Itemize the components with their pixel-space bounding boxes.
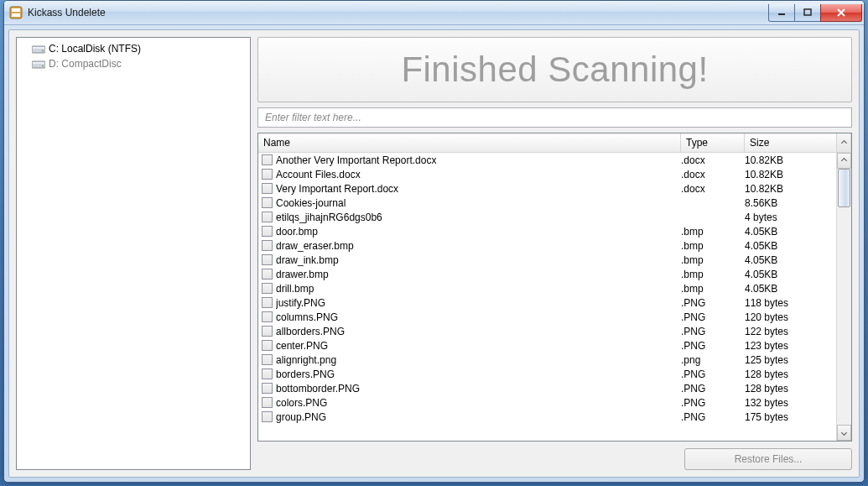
cell-size: 123 bytes: [745, 340, 837, 352]
file-list-body: Another Very Important Report.docx.docx1…: [258, 153, 851, 441]
table-row[interactable]: drill.bmp.bmp4.05KB: [258, 281, 837, 295]
row-checkbox[interactable]: [262, 269, 273, 280]
cell-size: 4 bytes: [745, 212, 837, 223]
filter-input[interactable]: [263, 111, 846, 124]
table-row[interactable]: colors.PNG.PNG132 bytes: [258, 395, 837, 410]
drive-label: C: LocalDisk (NTFS): [49, 43, 141, 55]
cell-size: 120 bytes: [745, 311, 837, 323]
footer: Restore Files...: [257, 447, 852, 470]
cell-name: Cookies-journal: [276, 197, 681, 209]
cell-name: bottomborder.PNG: [276, 383, 681, 395]
table-row[interactable]: center.PNG.PNG123 bytes: [258, 338, 837, 353]
scroll-track[interactable]: [837, 169, 851, 425]
row-checkbox[interactable]: [262, 340, 273, 351]
app-window: Kickass Undelete C: LocalDisk (NTFS)D: C…: [3, 0, 865, 483]
cell-name: columns.PNG: [276, 311, 681, 323]
row-checkbox[interactable]: [262, 254, 273, 265]
cell-size: 10.82KB: [745, 154, 837, 166]
cell-type: .PNG: [681, 326, 745, 337]
cell-type: .docx: [681, 183, 745, 195]
cell-type: .docx: [681, 154, 745, 166]
scroll-up-button[interactable]: [837, 153, 851, 169]
row-checkbox[interactable]: [262, 354, 273, 365]
cell-type: .bmp: [681, 283, 745, 295]
row-checkbox[interactable]: [262, 326, 273, 337]
svg-rect-6: [33, 47, 44, 49]
table-row[interactable]: draw_ink.bmp.bmp4.05KB: [258, 253, 837, 267]
cell-name: Another Very Important Report.docx: [276, 154, 681, 166]
cell-name: draw_eraser.bmp: [276, 240, 681, 252]
cell-name: borders.PNG: [276, 368, 681, 380]
table-row[interactable]: Account Files.docx.docx10.82KB: [258, 167, 837, 181]
row-checkbox[interactable]: [262, 212, 273, 222]
drive-item[interactable]: D: CompactDisc: [18, 56, 248, 71]
row-checkbox[interactable]: [262, 154, 273, 165]
app-icon: [9, 6, 23, 19]
row-checkbox[interactable]: [262, 397, 273, 408]
maximize-button[interactable]: [794, 4, 821, 22]
col-header-type[interactable]: Type: [681, 133, 745, 152]
cell-size: 10.82KB: [745, 169, 837, 180]
row-checkbox[interactable]: [262, 197, 273, 208]
row-checkbox[interactable]: [262, 368, 273, 379]
filter-box[interactable]: [257, 107, 852, 128]
table-row[interactable]: bottomborder.PNG.PNG128 bytes: [258, 381, 837, 395]
table-row[interactable]: justify.PNG.PNG118 bytes: [258, 295, 837, 310]
svg-rect-4: [804, 9, 811, 15]
cell-size: 4.05KB: [745, 226, 837, 238]
cell-size: 125 bytes: [745, 354, 837, 366]
drive-item[interactable]: C: LocalDisk (NTFS): [18, 41, 248, 56]
row-checkbox[interactable]: [262, 311, 273, 322]
table-row[interactable]: door.bmp.bmp4.05KB: [258, 224, 837, 238]
cell-size: 122 bytes: [745, 326, 837, 337]
drive-label: D: CompactDisc: [49, 58, 122, 70]
table-row[interactable]: group.PNG.PNG175 bytes: [258, 410, 837, 424]
drive-tree[interactable]: C: LocalDisk (NTFS)D: CompactDisc: [16, 37, 251, 470]
table-row[interactable]: borders.PNG.PNG128 bytes: [258, 367, 837, 381]
minimize-button[interactable]: [768, 4, 795, 22]
row-checkbox[interactable]: [262, 169, 273, 180]
row-checkbox[interactable]: [262, 297, 273, 308]
row-checkbox[interactable]: [262, 183, 273, 194]
row-checkbox[interactable]: [262, 240, 273, 251]
cell-name: door.bmp: [276, 226, 681, 238]
row-checkbox[interactable]: [262, 411, 273, 422]
restore-files-button[interactable]: Restore Files...: [684, 448, 852, 470]
cell-type: .bmp: [681, 226, 745, 238]
file-list: Name Type Size Another Very Important Re…: [257, 133, 852, 442]
cell-type: .bmp: [681, 240, 745, 252]
col-header-size[interactable]: Size: [745, 133, 837, 152]
row-checkbox[interactable]: [262, 226, 273, 237]
table-row[interactable]: alignright.png.png125 bytes: [258, 353, 837, 367]
col-header-name[interactable]: Name: [258, 133, 681, 152]
table-row[interactable]: etilqs_jihajnRG6dgs0b64 bytes: [258, 210, 837, 224]
table-row[interactable]: columns.PNG.PNG120 bytes: [258, 310, 837, 324]
file-list-header: Name Type Size: [258, 133, 851, 153]
col-header-scroll-spacer: [837, 133, 851, 152]
titlebar[interactable]: Kickass Undelete: [4, 1, 864, 25]
table-row[interactable]: draw_eraser.bmp.bmp4.05KB: [258, 238, 837, 253]
chevron-up-icon: [840, 139, 846, 145]
cell-type: .PNG: [681, 397, 745, 409]
cell-size: 4.05KB: [745, 254, 837, 266]
row-checkbox[interactable]: [262, 383, 273, 394]
cell-type: .docx: [681, 169, 745, 180]
scroll-thumb[interactable]: [838, 169, 850, 207]
table-row[interactable]: Another Very Important Report.docx.docx1…: [258, 153, 837, 167]
cell-size: 175 bytes: [745, 411, 837, 423]
cell-type: .PNG: [681, 340, 745, 352]
table-row[interactable]: Cookies-journal8.56KB: [258, 196, 837, 210]
row-checkbox[interactable]: [262, 283, 273, 294]
close-button[interactable]: [820, 4, 862, 22]
table-row[interactable]: drawer.bmp.bmp4.05KB: [258, 267, 837, 281]
vertical-scrollbar[interactable]: [836, 153, 851, 441]
cell-size: 132 bytes: [745, 397, 837, 409]
window-title: Kickass Undelete: [28, 7, 769, 18]
cell-size: 4.05KB: [745, 269, 837, 280]
table-row[interactable]: allborders.PNG.PNG122 bytes: [258, 324, 837, 338]
scroll-down-button[interactable]: [837, 425, 851, 441]
status-banner-text: Finished Scanning!: [401, 50, 708, 90]
table-row[interactable]: Very Important Report.docx.docx10.82KB: [258, 181, 837, 196]
cell-type: .PNG: [681, 368, 745, 380]
svg-point-7: [42, 50, 44, 52]
